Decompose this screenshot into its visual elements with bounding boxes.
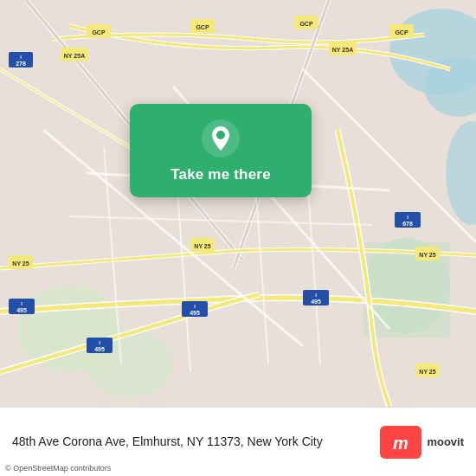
svg-text:m: m — [393, 434, 408, 453]
svg-text:NY 25: NY 25 — [419, 252, 435, 258]
moovit-icon: m — [380, 426, 421, 459]
map-svg: GCP GCP GCP GCP NY 25A NY 25A NY 25 NY 2… — [0, 0, 476, 407]
svg-text:278: 278 — [16, 61, 26, 67]
map-container: GCP GCP GCP GCP NY 25A NY 25A NY 25 NY 2… — [0, 0, 476, 407]
svg-text:NY 25A: NY 25A — [332, 47, 353, 53]
moovit-logo: m moovit — [380, 426, 464, 459]
svg-text:GCP: GCP — [92, 29, 106, 35]
svg-text:495: 495 — [311, 299, 321, 305]
svg-point-62 — [216, 131, 225, 139]
address-text: 48th Ave Corona Ave, Elmhurst, NY 11373,… — [12, 434, 380, 451]
location-card: Take me there — [130, 104, 312, 197]
svg-text:NY 25: NY 25 — [194, 243, 210, 249]
pin-icon — [202, 119, 240, 158]
svg-text:495: 495 — [94, 346, 105, 352]
svg-text:495: 495 — [190, 310, 200, 316]
svg-text:678: 678 — [402, 221, 413, 227]
svg-text:GCP: GCP — [299, 21, 313, 27]
svg-text:NY 25A: NY 25A — [64, 53, 85, 59]
copyright-text: © OpenStreetMap contributors — [5, 464, 111, 473]
svg-text:GCP: GCP — [395, 29, 408, 35]
svg-text:495: 495 — [16, 307, 27, 313]
take-me-there-button[interactable]: Take me there — [170, 166, 271, 183]
moovit-brand-name: moovit — [427, 435, 464, 448]
svg-text:NY 25: NY 25 — [419, 369, 435, 375]
svg-text:NY 25: NY 25 — [12, 261, 29, 267]
bottom-bar: © OpenStreetMap contributors 48th Ave Co… — [0, 407, 476, 476]
svg-text:GCP: GCP — [196, 24, 209, 30]
